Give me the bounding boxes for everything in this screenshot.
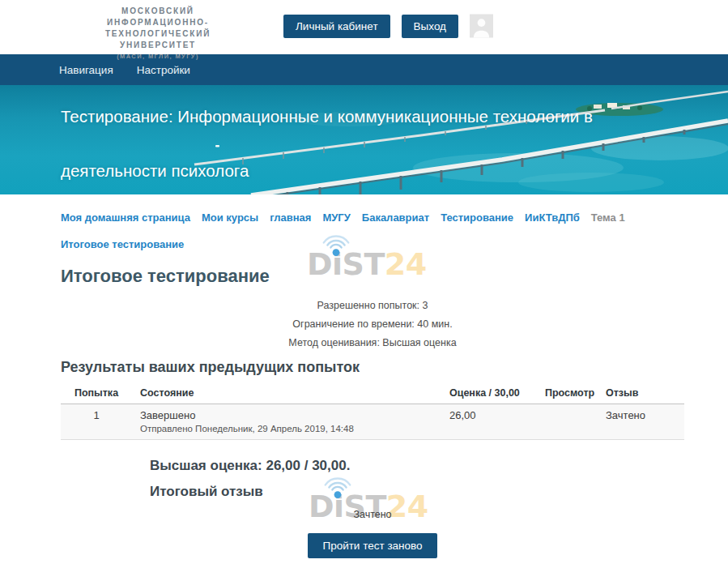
breadcrumb-item-course[interactable]: ИиКТвДПб — [525, 204, 580, 231]
user-icon[interactable] — [470, 14, 493, 38]
results-heading: Результаты ваших предыдущих попыток — [61, 359, 684, 376]
breadcrumb-item-bachelor[interactable]: Бакалавриат — [362, 204, 429, 231]
final-feedback-row: DiST24 Итоговый отзыв — [150, 484, 684, 501]
col-review: Просмотр — [537, 384, 598, 404]
cell-state: Завершено Отправлено Понедельник, 29 Апр… — [132, 404, 441, 440]
course-hero-banner: Тестирование: Информационные и коммуника… — [0, 85, 728, 194]
quiz-info-grading-method: Метод оценивания: Высшая оценка — [61, 334, 684, 352]
logo-line: МОСКОВСКИЙ — [61, 6, 255, 17]
attempt-state: Завершено — [140, 409, 433, 421]
breadcrumb-item-main[interactable]: главная — [270, 204, 311, 231]
cell-review — [537, 404, 598, 440]
quiz-info-time-limit: Ограничение по времени: 40 мин. — [61, 315, 684, 334]
breadcrumb-item-final-test[interactable]: Итоговое тестирование — [61, 231, 184, 258]
breadcrumb-item-mugu[interactable]: МУГУ — [322, 204, 350, 231]
quiz-info: Разрешенно попыток: 3 Ограничение по вре… — [61, 297, 684, 352]
page-title: Итоговое тестирование — [61, 266, 684, 287]
breadcrumb-item-home[interactable]: Моя домашняя страница — [61, 204, 190, 231]
nav-item-navigation[interactable]: Навигация — [59, 64, 113, 76]
quiz-info-attempts: Разрешенно попыток: 3 — [61, 297, 684, 315]
course-title: Тестирование: Информационные и коммуника… — [61, 85, 619, 194]
col-state: Состояние — [132, 384, 441, 404]
best-grade: Высшая оценка: 26,00 / 30,00. — [150, 458, 684, 474]
attempt-state-detail: Отправлено Понедельник, 29 Апрель 2019, … — [140, 424, 433, 433]
logo-line: УНИВЕРСИТЕТ — [61, 40, 255, 51]
attempt-summary: Высшая оценка: 26,00 / 30,00. DiST24 Ито… — [150, 458, 684, 501]
logout-button[interactable]: Выход — [402, 15, 458, 38]
attempts-table: Попытка Состояние Оценка / 30,00 Просмот… — [61, 384, 684, 440]
retake-quiz-button[interactable]: Пройти тест заново — [308, 533, 436, 558]
university-logo[interactable]: МОСКОВСКИЙ ИНФОРМАЦИОННО-ТЕХНОЛОГИЧЕСКИЙ… — [61, 6, 255, 61]
logo-subline: (МАСИ, МГЛИ, МУГУ) — [61, 52, 255, 61]
breadcrumb-item-topic: Тема 1 — [591, 204, 625, 231]
breadcrumb-item-testing[interactable]: Тестирование — [441, 204, 513, 231]
personal-cabinet-button[interactable]: Личный кабинет — [283, 15, 390, 38]
cell-feedback: Зачтено — [598, 404, 684, 440]
col-grade: Оценка / 30,00 — [441, 384, 537, 404]
logo-line: ИНФОРМАЦИОННО-ТЕХНОЛОГИЧЕСКИЙ — [61, 17, 255, 40]
col-feedback: Отзыв — [598, 384, 684, 404]
table-row: 1 Завершено Отправлено Понедельник, 29 А… — [61, 404, 684, 440]
cell-grade: 26,00 — [441, 404, 537, 440]
quiz-page: МОСКОВСКИЙ ИНФОРМАЦИОННО-ТЕХНОЛОГИЧЕСКИЙ… — [0, 0, 728, 568]
final-feedback-heading: Итоговый отзыв — [150, 484, 684, 500]
breadcrumb-item-my-courses[interactable]: Мои курсы — [202, 204, 258, 231]
main-content: Моя домашняя страница Мои курсы главная … — [0, 194, 728, 558]
col-attempt: Попытка — [61, 384, 132, 404]
breadcrumb: Моя домашняя страница Мои курсы главная … — [61, 204, 684, 258]
retake-row: Пройти тест заново — [61, 533, 684, 558]
header-actions: Личный кабинет Выход — [283, 14, 493, 38]
final-feedback-value: Зачтено — [61, 509, 684, 520]
cell-attempt-number: 1 — [61, 404, 132, 440]
nav-item-settings[interactable]: Настройки — [137, 64, 190, 76]
site-header: МОСКОВСКИЙ ИНФОРМАЦИОННО-ТЕХНОЛОГИЧЕСКИЙ… — [0, 0, 728, 54]
attempts-table-header-row: Попытка Состояние Оценка / 30,00 Просмот… — [61, 384, 684, 404]
